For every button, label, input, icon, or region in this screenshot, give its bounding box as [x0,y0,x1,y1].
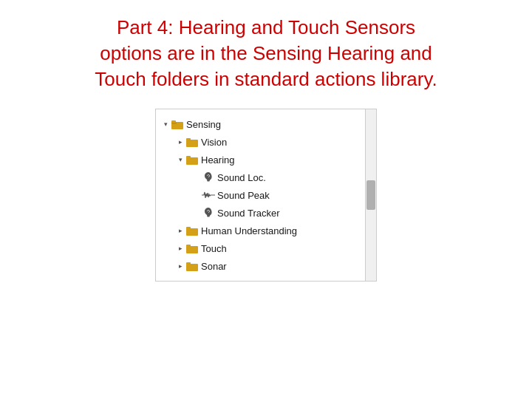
tree-row[interactable]: Sensing [156,115,366,133]
sound-peak-label: Sound Peak [217,190,270,201]
svg-rect-7 [186,228,198,236]
sonar-folder-icon [185,261,199,271]
svg-rect-6 [186,156,191,158]
svg-rect-9 [186,246,198,253]
chevron-down-icon [175,154,185,165]
hearing-label: Hearing [201,154,235,166]
ear-icon-2 [202,206,215,219]
svg-rect-5 [186,157,198,165]
svg-rect-12 [186,262,191,265]
chevron-right-icon [175,137,185,147]
svg-rect-2 [171,120,176,123]
sensing-folder-icon [171,119,184,129]
tree-row[interactable]: Sound Peak [156,186,366,204]
vision-label: Vision [201,137,227,148]
heading-text: Part 4: Hearing and Touch Sensors option… [22,15,510,92]
tree-panel: Sensing Vision [155,109,377,282]
touch-folder-icon [185,243,199,253]
ear-icon [202,171,215,184]
tree-row[interactable]: Human Understanding [156,222,366,239]
heading-line1: Part 4: Hearing and Touch Sensors [117,16,415,38]
vision-folder-icon [185,137,199,147]
chevron-right-icon [175,261,185,271]
tree-row[interactable]: Sonar [156,257,366,275]
tree-row[interactable]: Sound Tracker [156,204,366,222]
tree-row[interactable]: Sound Loc. [156,168,366,186]
tree-row[interactable]: Vision [156,133,366,151]
tree-row[interactable]: Touch [156,239,366,257]
page-container: Part 4: Hearing and Touch Sensors option… [0,0,532,399]
sound-loc-label: Sound Loc. [217,172,266,183]
chevron-right-icon [175,225,185,236]
svg-rect-3 [186,140,198,147]
human-understanding-label: Human Understanding [201,225,297,236]
heading-line3: Touch folders in standard actions librar… [95,68,437,90]
human-folder-icon [185,225,199,236]
scrollbar-thumb[interactable] [366,180,375,210]
svg-rect-10 [186,245,191,247]
chevron-right-icon [175,243,185,253]
sensing-label: Sensing [186,119,221,130]
sonar-label: Sonar [201,261,227,272]
touch-label: Touch [201,243,227,254]
chevron-down-icon [160,119,171,129]
svg-rect-8 [186,227,191,229]
soundwave-icon [202,188,215,202]
hearing-folder-icon [185,154,199,165]
sound-tracker-label: Sound Tracker [217,208,280,219]
svg-rect-4 [186,138,191,140]
svg-rect-11 [186,264,198,271]
tree-content: Sensing Vision [156,115,376,275]
heading-line2: options are in the Sensing Hearing and [100,42,432,64]
tree-row[interactable]: Hearing [156,151,366,168]
